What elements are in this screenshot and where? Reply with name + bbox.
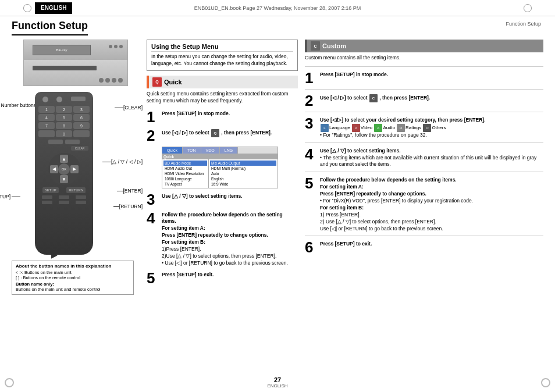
step5-number: 5 [147, 270, 158, 286]
dpad-up[interactable]: ▲ [60, 155, 68, 163]
page-title: Function Setup [12, 20, 88, 40]
menu-tabs: Quick TON VDO LNG [162, 147, 278, 154]
custom-section-label: Custom [322, 42, 346, 49]
dpad-right[interactable]: ▶ [70, 165, 79, 173]
dpad-left[interactable]: ◀ [50, 165, 58, 173]
right-step4: 4 Use [△ / ▽] to select setting items. •… [305, 147, 543, 169]
disc-slot [33, 66, 97, 70]
menu-item-tv-aspect[interactable]: TV Aspect [163, 181, 207, 187]
custom-section-icon: C [311, 41, 320, 51]
remote-control: 1 2 3 4 5 6 7 8 9 0 [35, 92, 93, 255]
middle-panel: Using the Setup Menu In the setup menu y… [147, 40, 298, 375]
menu-value-english: English [210, 176, 276, 181]
divider5 [305, 172, 543, 172]
lang-icon: L [321, 124, 329, 132]
divider3 [305, 112, 543, 112]
others-icon: O [423, 124, 431, 132]
middle-step4: 4 Follow the procedure below depends on … [147, 211, 298, 267]
step2-number: 2 [147, 128, 158, 143]
divider6 [305, 236, 543, 236]
right-step2: 2 Use [◁ / ▷] to select C , then press [… [305, 93, 543, 108]
right-step2-number: 2 [305, 93, 316, 108]
middle-step1: 1 Press [SETUP] in stop mode. [147, 109, 298, 124]
right-step4-number: 4 [305, 147, 316, 162]
nav-label-line: [△ / ▽ / ◁ / ▷] [102, 159, 143, 165]
menu-item-language[interactable]: 1080i Language [163, 176, 207, 181]
menu-screenshot: Quick TON VDO LNG Quick BD Audio Mode HD… [162, 147, 278, 188]
menu-value-169: 16:9 Wide [210, 181, 276, 187]
audio-icon: A [374, 124, 382, 132]
menu-tab-vdo[interactable]: VDO [201, 147, 220, 154]
setup-label-line: [SETUP] [0, 194, 20, 199]
divider4 [305, 142, 543, 143]
bottom-note-line1: < >: Buttons on the main unit [16, 270, 130, 275]
video-icon: V [352, 124, 360, 132]
right-step1-content: Press [SETUP] in stop mode. [320, 70, 388, 79]
bottom-note-line4: Buttons on the main unit and remote cont… [16, 287, 130, 292]
divider2 [305, 89, 543, 90]
right-step5-content: Follow the procedure below depends on th… [320, 176, 473, 232]
corner-decoration-tr [524, 4, 532, 12]
enter-label-line: [ENTER] [117, 188, 143, 194]
right-panel: C Custom Custom menu contains all the se… [305, 40, 543, 375]
page-number: 27 [274, 376, 281, 383]
device-buttons [109, 45, 123, 48]
right-step3-content: Use [◁/▷] to select your desired setting… [320, 116, 486, 139]
right-step5-number: 5 [305, 176, 316, 191]
step3-number: 3 [147, 192, 158, 207]
left-panel: ▶ Blu-ray [12, 40, 140, 375]
divider1 [305, 66, 543, 67]
right-step4-content: Use [△ / ▽] to select setting items. • T… [320, 147, 543, 169]
bottom-note-line2: [ ] : Buttons on the remote control [16, 275, 130, 280]
custom-description: Custom menu contains all the setting ite… [305, 55, 543, 62]
corner-decor-br [541, 378, 550, 387]
menu-tab-lng[interactable]: LNG [220, 147, 238, 154]
dpad-enter[interactable]: OK [58, 163, 70, 175]
right-step2-content: Use [◁ / ▷] to select C , then press [EN… [320, 93, 430, 102]
step2-content: Use [◁ / ▷] to select Q , then press [EN… [162, 128, 272, 137]
right-step1-number: 1 [305, 70, 316, 85]
menu-tab-quick[interactable]: Quick [162, 147, 183, 154]
menu-value-hdmi-multi: HDMI Multi (Normal) [210, 166, 276, 171]
right-step5: 5 Follow the procedure below depends on … [305, 176, 543, 232]
menu-tab-ton[interactable]: TON [183, 147, 201, 154]
main-layout: ▶ Blu-ray [12, 40, 543, 375]
right-step6-content: Press [SETUP] to exit. [320, 240, 372, 248]
device-unit: Blu-ray [23, 40, 128, 86]
setup-menu-text: In the setup menu you can change the set… [151, 54, 293, 67]
bottom-note-title: About the button names in this explanati… [16, 263, 130, 269]
menu-item-hdmi-video[interactable]: HDMI Video Resolution [163, 171, 207, 176]
bottom-note-line3: Button name only: [16, 281, 130, 287]
middle-step3: 3 Use [△ / ▽] to select setting items. [147, 192, 298, 207]
clear-label-line: [CLEAR] [115, 105, 143, 111]
menu-item-hdmi-audio[interactable]: HDMI Audio Out [163, 166, 207, 171]
menu-item-bd-audio[interactable]: BD Audio Mode [163, 161, 207, 166]
menu-value-mix: Mix Audio Output [210, 161, 276, 166]
return-label-line: [RETURN] [113, 204, 143, 209]
custom-section-header: C Custom [305, 40, 543, 52]
menu-right-col: Mix Audio Output HDMI Multi (Normal) Aut… [209, 159, 278, 188]
menu-body: BD Audio Mode HDMI Audio Out HDMI Video … [162, 159, 278, 188]
quick-description: Quick setting menu contains setting item… [147, 91, 298, 105]
menu-header: Quick [162, 154, 278, 159]
step1-number: 1 [147, 109, 158, 124]
corner-decor-bl [5, 378, 14, 387]
menu-value-auto: Auto [210, 171, 276, 176]
step4-number: 4 [147, 211, 158, 226]
filename-label: ENB01UD_EN.book Page 27 Wednesday, Novem… [194, 5, 361, 11]
page-language: ENGLISH [267, 383, 287, 389]
device-display: Blu-ray [33, 45, 91, 55]
right-step3-number: 3 [305, 116, 316, 131]
quick-section-icon: Q [152, 77, 162, 87]
bottom-note-box: About the button names in this explanati… [12, 261, 134, 295]
step4-content: Follow the procedure below depends on th… [162, 211, 298, 267]
ratings-icon: R [397, 124, 405, 132]
setup-menu-box: Using the Setup Menu In the setup menu y… [147, 40, 298, 71]
menu-left-col: BD Audio Mode HDMI Audio Out HDMI Video … [162, 159, 209, 188]
top-right-section-label: Function Setup [506, 21, 541, 27]
dpad-down[interactable]: ▼ [60, 175, 68, 183]
top-bar: ENGLISH ENB01UD_EN.book Page 27 Wednesda… [0, 0, 555, 16]
remote-top-buttons [38, 97, 90, 102]
right-step1: 1 Press [SETUP] in stop mode. [305, 70, 543, 85]
remote-dpad[interactable]: ▲ ▼ ◀ ▶ OK [48, 153, 80, 185]
